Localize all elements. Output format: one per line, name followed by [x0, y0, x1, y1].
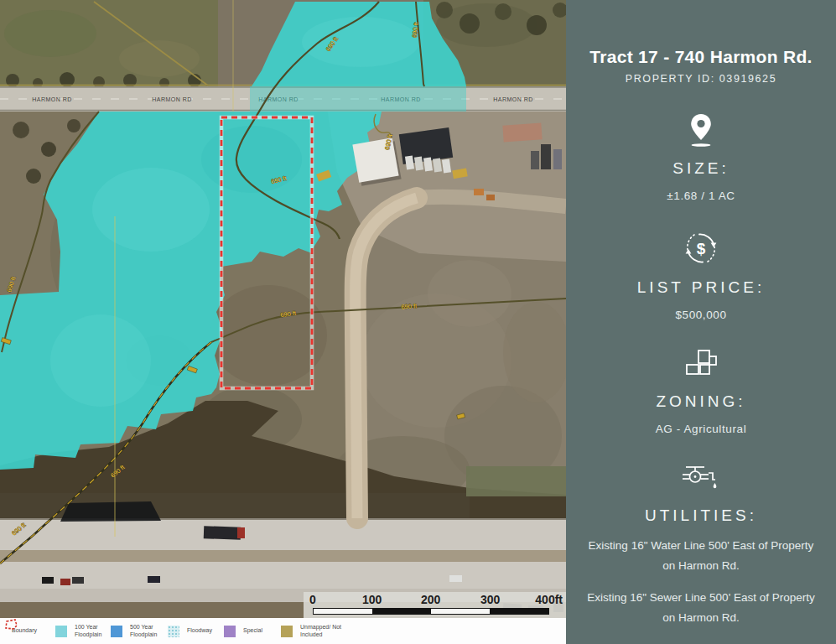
truck [204, 526, 241, 540]
utilities-heading: UTILITIES: [566, 506, 836, 525]
dollar-cycle-icon: $ [683, 230, 719, 263]
svg-text:$: $ [697, 240, 706, 257]
list-price-value: $500,000 [566, 309, 836, 321]
legend-swatch-100yr [55, 626, 67, 637]
contour-label: 690 ft [401, 302, 418, 310]
size-section: SIZE: ±1.68 / 1 AC [566, 112, 836, 202]
scale-tick: 100 [362, 593, 382, 606]
legend-label-line: Floodway [187, 627, 212, 633]
legend-item-floodway: Floodway [168, 618, 212, 644]
legend-swatch-special [224, 626, 236, 637]
legend-item-100yr: 100 YearFloodplain [55, 618, 101, 644]
legend-label-line: 100 Year [75, 624, 98, 630]
legend-label: 500 YearFloodplain [130, 624, 157, 638]
map-scalebar: 0 100 200 300 400ft [304, 592, 566, 618]
aerial-map: HARMON RD HARMON RD HARMON RD HARMON RD … [0, 0, 566, 644]
property-title: Tract 17 - 740 Harmon Rd. [566, 47, 836, 67]
legend-label-line: Floodplain [75, 631, 101, 637]
property-info-panel: Tract 17 - 740 Harmon Rd. PROPERTY ID: 0… [566, 0, 836, 644]
road-label: HARMON RD [152, 96, 192, 102]
legend-swatch-500yr [111, 626, 122, 637]
legend-label: Unmapped/ NotIncluded [300, 624, 341, 638]
legend-item-special: Special [224, 618, 262, 644]
legend-label-line: Floodplain [130, 631, 157, 637]
red-roof-structure [502, 122, 542, 142]
zoning-section: ZONING: AG - Agricultural [566, 349, 836, 435]
location-pin-icon [687, 112, 715, 146]
property-flyer: HARMON RD HARMON RD HARMON RD HARMON RD … [0, 0, 836, 644]
aerial-map-canvas: HARMON RD HARMON RD HARMON RD HARMON RD … [0, 0, 566, 644]
map-legend: Boundary 100 YearFloodplain 500 YearFloo… [0, 618, 566, 644]
legend-label: 100 YearFloodplain [75, 624, 101, 638]
road-label: HARMON RD [32, 96, 72, 102]
boundary-dashed-icon [4, 618, 18, 631]
scale-tick: 0 [309, 593, 316, 606]
scale-tick: 300 [480, 593, 500, 606]
zoning-parcels-icon [684, 349, 718, 382]
zoning-heading: ZONING: [566, 392, 836, 411]
utilities-sewer-line: Existing 16" Sewer Line 500' East of Pro… [585, 588, 817, 629]
scalebar-bar [313, 608, 549, 615]
legend-item-boundary: Boundary [4, 618, 37, 644]
road-label: HARMON RD [493, 96, 533, 102]
legend-label-line: Special [243, 627, 262, 633]
floodplain-road-wash [250, 86, 466, 112]
legend-label-line: Included [300, 631, 322, 637]
scale-tick: 200 [421, 593, 440, 606]
legend-item-unmapped: Unmapped/ NotIncluded [281, 618, 341, 644]
utilities-water-line: Existing 16" Water Line 500' East of Pro… [585, 536, 817, 577]
utilities-section: UTILITIES: Existing 16" Water Line 500' … [566, 463, 836, 628]
legend-label: Floodway [187, 627, 212, 634]
legend-label-line: Unmapped/ Not [300, 624, 341, 630]
legend-label: Special [243, 627, 262, 634]
list-price-heading: LIST PRICE: [566, 278, 836, 297]
zoning-value: AG - Agricultural [566, 423, 836, 435]
legend-swatch-floodway [168, 626, 179, 637]
legend-label-line: 500 Year [130, 624, 153, 630]
size-heading: SIZE: [566, 159, 836, 178]
legend-swatch-unmapped [281, 626, 293, 637]
list-price-section: $ LIST PRICE: $500,000 [566, 230, 836, 321]
water-utility-icon [681, 463, 721, 496]
size-value: ±1.68 / 1 AC [566, 190, 836, 202]
scale-tick: 400ft [535, 593, 563, 606]
legend-item-500yr: 500 YearFloodplain [111, 618, 157, 644]
property-id: PROPERTY ID: 03919625 [566, 73, 836, 85]
